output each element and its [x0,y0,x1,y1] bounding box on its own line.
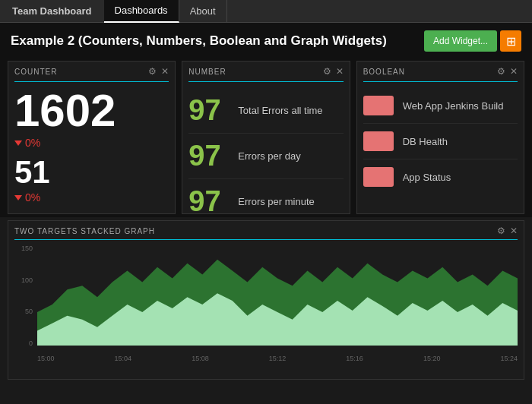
bool-indicator-2 [363,167,394,187]
add-widget-button[interactable]: Add Widget... [424,30,497,52]
layout-icon: ⊞ [506,34,516,49]
number-widget-header: NUMBER ⚙ ✕ [188,66,343,77]
graph-widget: TWO TARGETS STACKED GRAPH ⚙ ✕ 150 100 50… [8,220,524,380]
boolean-row-1: DB Health [363,124,518,159]
number-gear-icon[interactable]: ⚙ [323,66,331,77]
page-header: Example 2 (Counters, Numbers, Boolean an… [0,23,532,58]
counter-pct-2: 0% [14,191,169,204]
number-rows: 97 Total Errors all time 97 Errors per d… [188,88,343,214]
dashboard-icon-button[interactable]: ⊞ [500,30,521,52]
graph-svg [37,245,518,346]
tab-about[interactable]: About [179,0,227,23]
graph-x-1516: 15:16 [346,355,363,362]
counter-pct-1-value: 0% [25,137,40,149]
bool-indicator-1 [363,131,394,151]
graph-x-1512: 15:12 [269,355,287,362]
graph-y-0: 0 [14,339,36,347]
graph-x-1500: 15:00 [37,355,55,362]
graph-x-1508: 15:08 [192,355,209,362]
counter-widget-header: COUNTER ⚙ ✕ [14,66,169,77]
nav-brand: Team Dashboard [0,5,104,17]
bool-lbl-2: App Status [403,172,451,183]
number-divider [188,81,343,82]
graph-x-1504: 15:04 [115,355,132,362]
counter-widget-controls: ⚙ ✕ [148,66,169,77]
counter-gear-icon[interactable]: ⚙ [148,66,157,77]
bool-lbl-0: Web App Jenkins Build [403,100,504,112]
header-actions: Add Widget... ⊞ [424,30,521,52]
graph-divider [14,239,518,240]
graph-header: TWO TARGETS STACKED GRAPH ⚙ ✕ [14,226,518,236]
graph-y-100: 100 [14,276,36,284]
number-lbl-0: Total Errors all time [238,105,322,116]
boolean-widget-controls: ⚙ ✕ [497,66,518,77]
graph-y-150: 150 [14,245,36,252]
counter-close-icon[interactable]: ✕ [161,66,169,77]
boolean-widget-title: BOOLEAN [363,68,405,76]
nav-bar: Team Dashboard Dashboards About [0,0,532,23]
graph-title: TWO TARGETS STACKED GRAPH [14,227,155,235]
boolean-close-icon[interactable]: ✕ [510,66,518,77]
boolean-widget: BOOLEAN ⚙ ✕ Web App Jenkins Build DB Hea… [356,61,524,214]
bool-indicator-0 [363,96,394,115]
widgets-row: COUNTER ⚙ ✕ 1602 0% 51 0% NUMBER ⚙ ✕ [0,58,532,217]
graph-controls: ⚙ ✕ [497,226,518,236]
counter-pct-1: 0% [14,137,169,149]
number-row-1: 97 Errors per day [188,134,343,179]
tab-dashboards[interactable]: Dashboards [104,0,179,23]
page-title: Example 2 (Counters, Numbers, Boolean an… [11,33,387,49]
number-lbl-2: Errors per minute [238,196,314,207]
counter-pct-2-value: 0% [25,191,40,204]
graph-y-labels: 150 100 50 0 [14,245,36,347]
graph-x-labels: 15:00 15:04 15:08 15:12 15:16 15:20 15:2… [37,355,518,362]
boolean-rows: Web App Jenkins Build DB Health App Stat… [363,88,518,194]
graph-close-icon[interactable]: ✕ [510,226,518,236]
boolean-divider [363,81,518,82]
boolean-gear-icon[interactable]: ⚙ [497,66,505,77]
graph-x-1520: 15:20 [423,355,441,362]
boolean-row-0: Web App Jenkins Build [363,88,518,124]
number-close-icon[interactable]: ✕ [336,66,344,77]
graph-x-1524: 15:24 [500,355,518,362]
boolean-row-2: App Status [363,159,518,194]
counter-value-2: 51 [14,156,169,188]
counter-value-1: 1602 [14,88,169,134]
number-lbl-1: Errors per day [238,150,300,162]
number-row-2: 97 Errors per minute [188,179,343,214]
arrow-down-icon-2 [14,195,22,200]
number-widget-title: NUMBER [188,68,226,76]
number-val-2: 97 [188,185,238,214]
number-val-1: 97 [188,140,238,172]
number-row-0: 97 Total Errors all time [188,88,343,134]
boolean-widget-header: BOOLEAN ⚙ ✕ [363,66,518,77]
graph-container: 150 100 50 0 15:00 15:04 15:08 15:12 15:… [14,245,518,362]
number-widget-controls: ⚙ ✕ [323,66,344,77]
counter-widget-title: COUNTER [14,68,57,76]
graph-gear-icon[interactable]: ⚙ [497,226,505,236]
bool-lbl-1: DB Health [403,136,448,147]
counter-widget: COUNTER ⚙ ✕ 1602 0% 51 0% [8,61,176,214]
counter-divider [14,81,169,82]
graph-y-50: 50 [14,308,36,315]
number-widget: NUMBER ⚙ ✕ 97 Total Errors all time 97 E… [182,61,350,214]
number-val-0: 97 [188,94,238,127]
arrow-down-icon-1 [14,140,22,146]
